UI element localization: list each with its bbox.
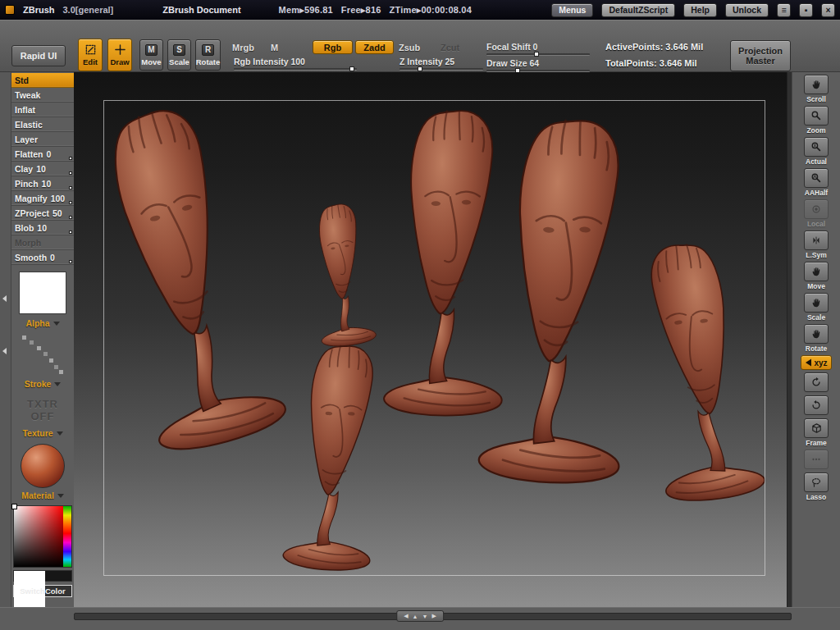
brush-inflat[interactable]: Inflat <box>11 103 74 117</box>
brush-clay[interactable]: Clay 10 <box>11 162 74 176</box>
scroll-right-icon[interactable]: ▶ <box>431 613 436 619</box>
texture-flyout[interactable]: Texture <box>11 427 74 439</box>
switch-color-button[interactable]: SwitchColor <box>13 585 72 597</box>
draw-size-value: 64 <box>530 58 540 68</box>
scale-gyro-button[interactable]: Scale <box>799 293 833 322</box>
lsym-button[interactable]: L.Sym <box>799 231 833 259</box>
current-color-marker <box>11 504 17 509</box>
z-intensity-slider[interactable]: Z Intensity 25 <box>399 57 483 71</box>
brush-smooth[interactable]: Smooth 0 <box>11 250 74 265</box>
aahalf-button[interactable]: AAHalf <box>799 168 833 197</box>
left-shelf: Std Tweak Inflat Elastic Layer Flatten 0… <box>11 72 74 607</box>
sculpted-head-5[interactable] <box>477 116 642 487</box>
brush-slider-handle[interactable] <box>69 171 72 175</box>
material-flyout[interactable]: Material <box>11 490 74 501</box>
axis-arrow-icon <box>805 358 812 368</box>
help-button[interactable]: Help <box>683 3 717 17</box>
bottom-bar: ◀ ▲ ▼ ▶ <box>0 607 840 630</box>
projection-master-button[interactable]: Projection Master <box>730 40 791 71</box>
lasso-button[interactable]: Lasso <box>799 472 833 501</box>
brush-slider-handle[interactable] <box>69 216 72 219</box>
stroke-thumbnail[interactable] <box>19 334 66 375</box>
brush-slider-handle[interactable] <box>69 186 72 189</box>
move-button[interactable]: M Move <box>139 39 163 71</box>
secondary-color-swatch[interactable] <box>45 571 71 581</box>
scroll-down-icon[interactable]: ▼ <box>422 614 428 619</box>
brush-zproject[interactable]: ZProject 50 <box>11 206 74 221</box>
brush-layer[interactable]: Layer <box>11 132 74 147</box>
zadd-toggle[interactable]: Zadd <box>355 40 394 54</box>
rotate-gyro-button[interactable]: Rotate <box>799 324 833 353</box>
brush-slider-handle[interactable] <box>69 231 72 234</box>
stroke-flyout[interactable]: Stroke <box>11 378 74 390</box>
sculpted-head-2[interactable] <box>308 202 377 348</box>
document-canvas[interactable] <box>74 72 792 607</box>
canvas-vertical-scrollbar[interactable] <box>787 72 792 607</box>
alpha-flyout[interactable]: Alpha <box>11 317 74 329</box>
brush-magnify[interactable]: Magnify 100 <box>11 191 74 206</box>
rotate-button[interactable]: R Rotate <box>195 39 221 71</box>
default-zscript-button[interactable]: DefaultZScript <box>601 3 675 17</box>
scale-button[interactable]: S Scale <box>167 39 191 71</box>
rgb-toggle[interactable]: Rgb <box>313 40 353 54</box>
local-button: Local <box>799 199 833 228</box>
sculpted-head-4[interactable] <box>383 108 512 418</box>
scroll-button[interactable]: Scroll <box>799 75 833 103</box>
draw-size-slider[interactable]: Draw Size 64 <box>486 58 590 72</box>
edit-button[interactable]: Edit <box>78 39 103 71</box>
brush-tweak[interactable]: Tweak <box>11 88 74 103</box>
hide-panel-button[interactable]: ▪ <box>799 3 813 17</box>
zsub-toggle[interactable]: Zsub <box>399 43 420 52</box>
brush-pinch[interactable]: Pinch 10 <box>11 176 74 191</box>
brush-std[interactable]: Std <box>11 73 74 88</box>
frame-button[interactable]: Frame <box>799 418 833 447</box>
focal-shift-slider[interactable]: Focal Shift 0 <box>486 42 590 56</box>
sculpted-head-6[interactable] <box>632 238 766 506</box>
move-gyro-button[interactable]: Move <box>799 262 833 290</box>
mrgb-toggle[interactable]: Mrgb <box>232 43 254 52</box>
scroll-grip[interactable]: ◀ ▲ ▼ ▶ <box>396 610 444 622</box>
stroke-label: Stroke <box>25 379 52 389</box>
unlock-button[interactable]: Unlock <box>725 3 769 17</box>
zoom-button[interactable]: Zoom <box>799 106 833 135</box>
left-tray-rail[interactable] <box>0 72 11 607</box>
brush-slider-handle[interactable] <box>69 260 72 263</box>
rapid-ui-button[interactable]: Rapid UI <box>11 45 66 66</box>
brush-elastic[interactable]: Elastic <box>11 117 74 132</box>
m-toggle[interactable]: M <box>271 43 278 52</box>
actual-button[interactable]: Actual <box>799 137 833 166</box>
brush-slider-handle[interactable] <box>69 201 72 204</box>
shade-window-button[interactable]: ≡ <box>777 3 791 17</box>
scroll-left-icon[interactable]: ◀ <box>404 613 408 619</box>
sculpted-head-3[interactable] <box>282 342 388 573</box>
brush-flatten[interactable]: Flatten 0 <box>11 147 74 162</box>
button-label: Move <box>807 282 825 290</box>
brush-label: Elastic <box>15 120 43 130</box>
zcut-toggle[interactable]: Zcut <box>441 43 459 52</box>
texture-off-thumbnail[interactable]: TXTR OFF <box>11 395 74 426</box>
sculpted-head-1[interactable] <box>82 98 290 457</box>
sculpture-render[interactable] <box>74 72 792 607</box>
brush-blob[interactable]: Blob 10 <box>11 221 74 235</box>
txtr-line2: OFF <box>31 410 55 422</box>
material-thumbnail[interactable] <box>21 444 65 488</box>
scroll-up-icon[interactable]: ▲ <box>413 614 418 619</box>
orbit-ccw-icon <box>810 399 822 411</box>
orbit-cw-button[interactable] <box>799 372 833 393</box>
brush-label: Inflat <box>15 105 35 115</box>
alpha-thumbnail[interactable] <box>19 272 66 314</box>
xyz-label: xyz <box>814 358 827 368</box>
hue-strip[interactable] <box>63 506 71 567</box>
tray-toggle-arrow[interactable] <box>2 295 7 302</box>
brush-slider-handle[interactable] <box>69 157 72 160</box>
rgb-intensity-slider[interactable]: Rgb Intensity 100 <box>234 57 357 71</box>
rotate-label: Rotate <box>196 57 221 66</box>
tray-toggle-arrow[interactable] <box>2 348 7 354</box>
saturation-value-square[interactable] <box>14 506 63 567</box>
orbit-ccw-button[interactable] <box>799 395 833 416</box>
menus-button[interactable]: Menus <box>551 3 593 17</box>
sxyz-button[interactable]: xyz <box>799 355 833 370</box>
close-button[interactable]: × <box>821 3 835 17</box>
color-picker[interactable] <box>13 505 72 568</box>
draw-button[interactable]: Draw <box>107 39 132 71</box>
